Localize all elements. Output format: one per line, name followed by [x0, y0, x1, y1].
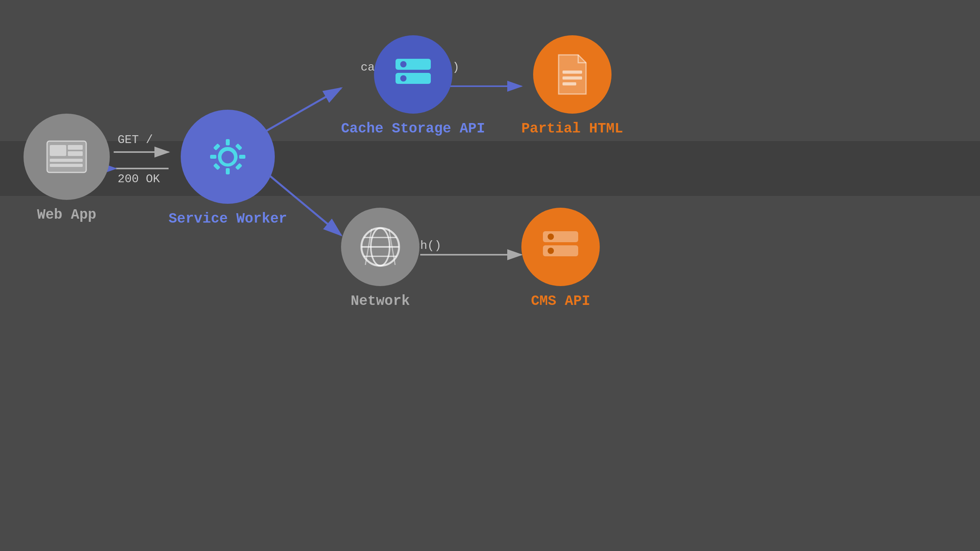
svg-rect-18 — [239, 155, 245, 159]
svg-point-41 — [548, 248, 554, 254]
network-circle — [341, 208, 419, 286]
ok-label: 200 OK — [118, 172, 160, 186]
svg-rect-17 — [210, 155, 216, 159]
node-partial-html: Partial HTML — [521, 35, 623, 137]
service-worker-label: Service Worker — [169, 211, 287, 227]
node-cms-api: CMS API — [521, 208, 600, 309]
cms-api-label: CMS API — [531, 293, 590, 309]
svg-rect-13 — [50, 159, 83, 162]
svg-rect-10 — [50, 145, 66, 156]
svg-rect-37 — [563, 82, 576, 85]
svg-rect-19 — [213, 143, 220, 150]
diagram-container: GET / 200 OK caches.match() fetch() Web … — [0, 0, 980, 551]
node-service-worker: Service Worker — [169, 110, 287, 227]
svg-rect-14 — [50, 164, 83, 167]
node-network: Network — [341, 208, 419, 309]
service-worker-circle — [181, 110, 275, 204]
svg-rect-22 — [235, 163, 242, 170]
svg-rect-15 — [226, 139, 230, 145]
network-icon — [357, 223, 404, 270]
svg-rect-36 — [563, 76, 582, 80]
svg-point-25 — [400, 61, 407, 67]
svg-point-39 — [548, 234, 554, 240]
node-cache-storage: Cache Storage API — [341, 35, 485, 137]
svg-rect-11 — [68, 145, 83, 150]
cms-icon — [539, 227, 582, 266]
cache-storage-label: Cache Storage API — [341, 121, 485, 137]
partial-html-circle — [533, 35, 612, 114]
arrows-svg — [0, 0, 980, 551]
web-app-circle — [24, 114, 110, 200]
svg-rect-20 — [235, 143, 242, 150]
cms-api-circle — [521, 208, 600, 286]
gear-icon — [202, 131, 253, 182]
node-web-app: Web App — [24, 114, 110, 223]
svg-rect-21 — [213, 163, 220, 170]
svg-point-23 — [223, 152, 232, 161]
document-icon — [555, 53, 590, 96]
web-app-label: Web App — [37, 207, 96, 223]
svg-point-27 — [400, 75, 407, 82]
partial-html-label: Partial HTML — [521, 121, 623, 137]
network-label: Network — [350, 293, 410, 309]
web-app-icon — [45, 139, 88, 174]
svg-rect-16 — [226, 168, 230, 174]
svg-rect-12 — [68, 151, 83, 156]
database-icon — [392, 55, 435, 94]
cache-storage-circle — [374, 35, 452, 114]
svg-rect-35 — [563, 71, 582, 74]
get-label: GET / — [118, 133, 153, 147]
